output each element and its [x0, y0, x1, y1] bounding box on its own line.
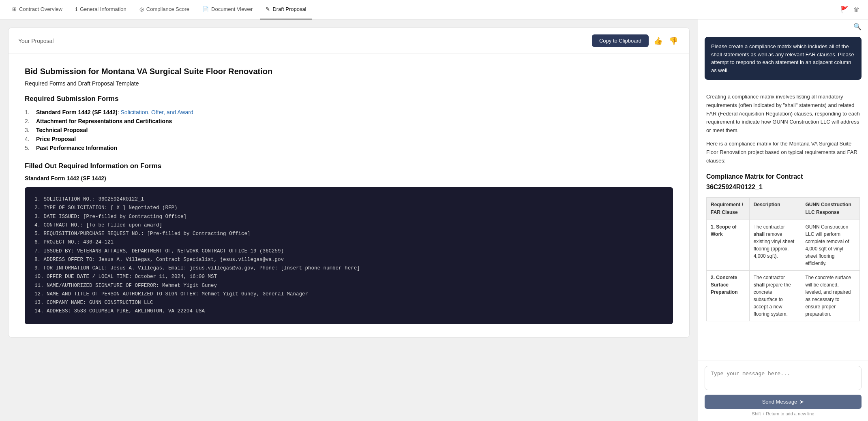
tooltip-bubble: Please create a compliance matrix which … [705, 37, 862, 80]
proposal-label: Your Proposal [18, 38, 54, 44]
left-panel: Your Proposal Copy to Clipboard 👍 👎 Bid … [0, 19, 698, 421]
list-item: 2. Attachment for Representations and Ce… [25, 117, 673, 126]
table-row: 2. Concrete Surface Preparation The cont… [707, 270, 860, 321]
list-item: 4. Price Proposal [25, 135, 673, 143]
tab-document-viewer[interactable]: 📄 Document Viewer [197, 0, 258, 19]
flag-button[interactable]: 🚩 [839, 4, 850, 15]
search-icon[interactable]: 🔍 [853, 23, 862, 30]
contract-overview-icon: ⊞ [12, 6, 17, 12]
chat-messages: 🔍 Please create a compliance matrix whic… [698, 19, 868, 361]
proposal-subtitle: Required Forms and Draft Proposal Templa… [25, 80, 673, 87]
sf1442-title: Standard Form 1442 (SF 1442) [25, 175, 673, 182]
tab-general-information[interactable]: ℹ General Information [70, 0, 132, 19]
delete-button[interactable]: 🗑 [852, 4, 862, 15]
col-requirement: Requirement / FAR Clause [707, 197, 750, 220]
list-item: 5. Past Performance Information [25, 143, 673, 152]
tab-draft-proposal[interactable]: ✎ Draft Proposal [260, 0, 312, 19]
send-message-button[interactable]: Send Message ➤ [705, 395, 862, 409]
chat-input-area: Send Message ➤ Shift + Return to add a n… [698, 361, 868, 421]
required-submission-title: Required Submission Forms [25, 95, 673, 103]
list-item: 1. Standard Form 1442 (SF 1442): Solicit… [25, 108, 673, 117]
chat-input[interactable] [705, 366, 862, 390]
col-description: Description [749, 197, 801, 220]
right-panel: 🔍 Please create a compliance matrix whic… [698, 19, 868, 421]
code-block: 1. SOLICITATION NO.: 36C25924R0122_1 2. … [25, 187, 673, 324]
tab-compliance-score[interactable]: ◎ Compliance Score [134, 0, 195, 19]
proposal-actions: Copy to Clipboard 👍 👎 [592, 34, 679, 47]
draft-proposal-icon: ✎ [266, 6, 270, 12]
thumbs-up-button[interactable]: 👍 [652, 35, 664, 47]
filled-section-title: Filled Out Required Information on Forms [25, 162, 673, 170]
thumbs-down-button[interactable]: 👎 [667, 35, 679, 47]
general-information-icon: ℹ [75, 6, 77, 12]
top-nav: ⊞ Contract Overview ℹ General Informatio… [0, 0, 868, 19]
compliance-matrix-title: Compliance Matrix for Contract 36C25924R… [706, 171, 860, 192]
proposal-body: Bid Submission for Montana VA Surgical S… [9, 54, 689, 337]
send-icon: ➤ [799, 399, 804, 405]
compliance-table: Requirement / FAR Clause Description GUN… [706, 197, 860, 321]
chat-hint: Shift + Return to add a new line [705, 411, 862, 416]
compliance-score-icon: ◎ [139, 6, 144, 12]
proposal-header: Your Proposal Copy to Clipboard 👍 👎 [9, 28, 689, 54]
copy-to-clipboard-button[interactable]: Copy to Clipboard [592, 34, 649, 47]
forms-list: 1. Standard Form 1442 (SF 1442): Solicit… [25, 108, 673, 152]
col-response: GUNN Construction LLC Response [801, 197, 860, 220]
list-item: 3. Technical Proposal [25, 126, 673, 135]
table-row: 1. Scope of Work The contractor shall re… [707, 220, 860, 270]
proposal-card: Your Proposal Copy to Clipboard 👍 👎 Bid … [8, 28, 690, 338]
document-viewer-icon: 📄 [202, 6, 209, 12]
proposal-title: Bid Submission for Montana VA Surgical S… [25, 67, 673, 76]
ai-message: Creating a compliance matrix involves li… [698, 86, 868, 328]
compliance-matrix-section: Compliance Matrix for Contract 36C25924R… [706, 171, 860, 321]
tab-contract-overview[interactable]: ⊞ Contract Overview [6, 0, 68, 19]
